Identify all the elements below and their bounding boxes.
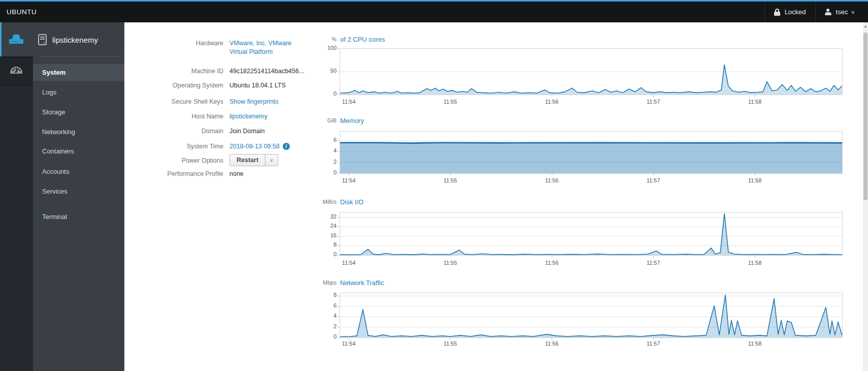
y-tick-label: 50 <box>312 68 337 74</box>
chart-unit-label: Mbps <box>286 280 337 286</box>
info-row-value-link[interactable]: Show fingerprints <box>229 98 279 106</box>
sidebar-divider <box>40 56 124 56</box>
y-tick-label: 32 <box>312 213 337 220</box>
user-name: tsec <box>836 8 848 16</box>
chart-unit-label: GiB <box>286 117 337 123</box>
x-tick-mark <box>653 95 654 97</box>
y-tick-mark <box>337 173 340 174</box>
x-tick-label: 11:56 <box>539 99 564 105</box>
chart-canvas-memory <box>340 132 842 173</box>
host-selector[interactable]: lipstickenemy <box>33 29 124 50</box>
x-tick-mark <box>349 95 349 97</box>
y-tick-label: 0 <box>312 169 337 175</box>
y-tick-mark <box>337 72 340 72</box>
power-options-button[interactable]: Restart∨ <box>229 154 278 166</box>
info-row-label: Domain <box>127 127 223 136</box>
y-tick-mark <box>337 245 340 246</box>
sidebar-item-containers[interactable]: Containers <box>33 143 124 160</box>
chart-title-network[interactable]: Network Traffic <box>340 279 384 287</box>
sidebar-item-terminal[interactable]: Terminal <box>33 208 124 226</box>
x-tick-label: 11:54 <box>336 99 361 105</box>
series-area-disk-mib-per-s <box>340 214 842 255</box>
info-row-value-link[interactable]: 2018-08-13 09:58 <box>229 142 280 151</box>
info-row-value: Ubuntu 18.04.1 LTS <box>229 81 286 90</box>
info-row-value: 49c1822514114bacb456... <box>229 67 304 76</box>
x-tick-mark <box>552 338 552 340</box>
x-tick-mark <box>755 338 755 340</box>
machine-tab-dashboard[interactable] <box>0 57 33 85</box>
info-row: Secure Shell KeysShow fingerprints <box>127 98 340 106</box>
series-area-cpu-usage-percent <box>340 65 842 95</box>
y-tick-label: 6 <box>312 137 337 143</box>
x-tick-mark <box>755 174 755 176</box>
host-name: lipstickenemy <box>52 36 98 44</box>
x-tick-mark <box>450 95 451 97</box>
y-tick-label: 4 <box>312 147 337 153</box>
info-row-label: Power Options <box>127 154 223 168</box>
chart-title-memory[interactable]: Memory <box>340 117 364 125</box>
info-row-value: none <box>229 170 244 178</box>
info-row-value-link[interactable]: Join Domain <box>229 127 264 136</box>
y-tick-label: 24 <box>312 223 337 229</box>
locked-indicator[interactable]: Locked <box>764 2 815 22</box>
x-tick-label: 11:57 <box>641 177 666 183</box>
sidebar: lipstickenemy SystemLogsStorageNetworkin… <box>33 22 124 371</box>
chevron-down-icon: ∨ <box>851 10 855 15</box>
y-tick-mark <box>337 255 340 256</box>
info-row: Power OptionsRestart∨ <box>127 154 340 168</box>
chart-title-cpu[interactable]: of 2 CPU cores <box>340 36 385 43</box>
info-row-label: Machine ID <box>127 67 223 76</box>
info-row: DomainJoin Domain <box>127 127 340 136</box>
machine-tab-server[interactable] <box>0 22 33 56</box>
y-tick-mark <box>337 49 340 49</box>
chart-canvas-disk-io <box>340 212 842 255</box>
y-tick-mark <box>337 151 340 152</box>
info-icon[interactable]: i <box>283 143 290 150</box>
locked-label: Locked <box>785 8 806 16</box>
power-dropdown-toggle[interactable]: ∨ <box>265 154 278 166</box>
info-row: Performance Profilenone <box>127 170 340 178</box>
scroll-thumb[interactable] <box>863 33 867 200</box>
info-row-label: Secure Shell Keys <box>127 98 223 106</box>
info-row-label: Hardware <box>127 39 223 48</box>
y-tick-mark <box>337 296 340 296</box>
machine-strip <box>0 22 33 371</box>
info-row-label: Operating System <box>127 81 223 90</box>
scroll-up-arrow[interactable]: ▴ <box>863 22 868 30</box>
series-line-network-mbps <box>340 295 842 336</box>
chart-title-disk-io[interactable]: Disk I/O <box>340 198 363 206</box>
page-scrollbar[interactable]: ▴ <box>863 22 868 371</box>
x-tick-label: 11:57 <box>641 341 666 347</box>
x-tick-label: 11:54 <box>336 177 361 183</box>
info-row-label: Host Name <box>127 112 223 121</box>
info-row-value-link[interactable]: lipstickenemy <box>229 112 268 121</box>
chart-canvas-network <box>340 293 842 337</box>
sidebar-item-accounts[interactable]: Accounts <box>33 163 124 180</box>
restart-button[interactable]: Restart <box>230 154 265 166</box>
series-area-memory-used-gib <box>340 143 842 173</box>
user-menu[interactable]: tsec ∨ <box>815 2 864 22</box>
sidebar-item-services[interactable]: Services <box>33 183 124 200</box>
y-tick-label: 100 <box>312 45 337 51</box>
x-tick-label: 11:55 <box>438 260 463 266</box>
y-tick-label: 16 <box>312 232 337 238</box>
x-tick-label: 11:56 <box>539 341 564 347</box>
server-icon <box>38 34 47 45</box>
chart-plot-memory <box>340 131 843 174</box>
y-tick-mark <box>337 227 340 227</box>
x-tick-mark <box>653 256 654 258</box>
y-tick-label: 6 <box>312 302 337 308</box>
info-row-value-link[interactable]: VMware, Inc. VMware Virtual Platform <box>229 39 294 56</box>
x-tick-mark <box>653 174 654 176</box>
y-tick-mark <box>337 317 340 317</box>
sidebar-item-networking[interactable]: Networking <box>33 123 124 141</box>
x-tick-mark <box>755 95 755 97</box>
sidebar-item-storage[interactable]: Storage <box>33 104 124 121</box>
y-tick-label: 0 <box>312 90 337 97</box>
server-machine-icon <box>9 35 23 44</box>
y-tick-label: 2 <box>312 323 337 329</box>
y-tick-label: 4 <box>312 313 337 319</box>
sidebar-item-system[interactable]: System <box>33 64 124 81</box>
sidebar-item-logs[interactable]: Logs <box>33 84 124 101</box>
x-tick-label: 11:57 <box>641 260 666 266</box>
